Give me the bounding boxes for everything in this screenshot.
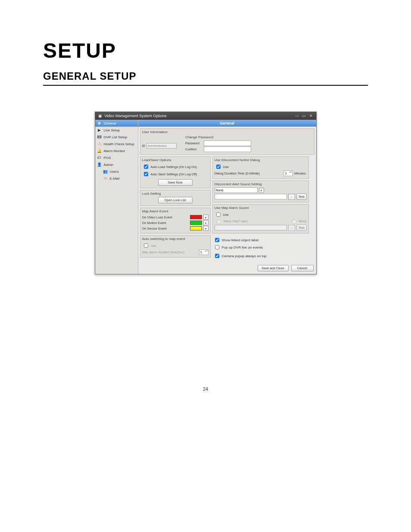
auto-load-checkbox[interactable] (144, 165, 148, 169)
mail-icon: ✉ (103, 176, 108, 181)
label-sensor: On Sensor Event (142, 227, 189, 230)
group-auto-switch: Auto switching to map event Use Map alar… (140, 235, 211, 258)
sidebar: 🖥 General ▶ Live Setup 📼 DVR List Setup … (95, 120, 138, 274)
camera-ontop-checkbox[interactable] (215, 254, 219, 258)
group-user-info: User Information ID Change Password Pass (140, 128, 314, 155)
color-swatch-video-loss[interactable] (190, 215, 202, 219)
group-load-save: Load/Save Options Auto Load Settings (On… (140, 156, 211, 188)
bell-icon: 🔔 (97, 148, 102, 153)
confirm-password-field[interactable] (204, 146, 251, 152)
group-disconnect-sound: Disconnect Alert Sound Setting ▾ … Test (212, 180, 309, 202)
dvr-icon: 📼 (97, 134, 102, 140)
browse-icon[interactable]: … (288, 194, 295, 200)
sidebar-item-label: Health Check Setup (104, 142, 134, 146)
disconnect-sound-path[interactable] (215, 194, 287, 199)
dialog-duration-stepper[interactable]: 3 (283, 171, 293, 176)
label-use-map-sound: Use (223, 213, 229, 217)
maximize-icon[interactable]: ▭ (302, 114, 307, 118)
show-linked-checkbox[interactable] (215, 238, 219, 242)
section-title-general-setup: GENERAL SETUP (43, 70, 368, 82)
sidebar-item-label: Admin (104, 163, 114, 167)
popup-dvr-checkbox[interactable] (215, 245, 219, 249)
beep-radio (292, 220, 296, 224)
group-title-disconnect-dialog: Use Disconnect Notice Dialog (215, 158, 307, 162)
sidebar-item-health-check[interactable]: ⚠ Health Check Setup (95, 140, 138, 147)
disconnect-use-checkbox[interactable] (216, 165, 221, 169)
label-beep: Beep (299, 219, 307, 223)
sidebar-item-label: General (104, 121, 116, 125)
sidebar-item-admin[interactable]: 👤 Admin (95, 161, 138, 168)
id-field (146, 143, 177, 149)
label-wave-file: Wave File(*.wav) (224, 219, 248, 223)
monitor-icon: 🖥 (97, 121, 102, 126)
browse-icon: … (288, 225, 295, 231)
sidebar-item-email[interactable]: ✉ E-Mail (95, 175, 138, 182)
sidebar-item-pos[interactable]: 🏷 POS (95, 154, 138, 161)
sidebar-item-label: Alarm Monitor (104, 149, 125, 153)
group-disconnect-dialog: Use Disconnect Notice Dialog Use Dialog … (212, 156, 309, 179)
label-auto-load: Auto Load Settings (On Log On) (151, 165, 197, 169)
panel-header: General (138, 120, 316, 127)
options-dialog: ▣ Video Management System Options — ▭ ✕ … (95, 112, 317, 274)
sidebar-item-dvr-list[interactable]: 📼 DVR List Setup (95, 134, 138, 140)
chevron-down-icon[interactable]: ▾ (259, 188, 264, 193)
sidebar-item-label: DVR List Setup (104, 135, 128, 139)
group-lock-setting: Lock Setting Open Lock List (140, 190, 211, 206)
sidebar-item-alarm-monitor[interactable]: 🔔 Alarm Monitor (95, 147, 138, 154)
dialog-titlebar: ▣ Video Management System Options — ▭ ✕ (95, 112, 316, 120)
sidebar-item-general[interactable]: 🖥 General (95, 120, 138, 127)
label-motion: On Motion Event (142, 221, 189, 225)
cancel-button[interactable]: Cancel (291, 265, 314, 271)
group-title-map-alarm: Map Alarm Event (142, 209, 209, 213)
group-title-disconnect-sound: Disconnect Alert Sound Setting (215, 182, 307, 186)
label-use-disconnect: Use (223, 165, 229, 169)
tag-icon: 🏷 (97, 155, 102, 160)
auto-switch-use-checkbox[interactable] (144, 243, 148, 248)
color-swatch-sensor[interactable] (190, 226, 202, 230)
group-title-map-sound: Use Map Alarm Sound (215, 206, 307, 210)
save-and-close-button[interactable]: Save and Close (258, 265, 289, 271)
save-now-button[interactable]: Save Now (158, 179, 193, 186)
group-title-load-save: Load/Save Options (142, 158, 209, 162)
chevron-down-icon[interactable]: ▾ (203, 226, 209, 231)
map-sound-use-checkbox[interactable] (216, 212, 221, 217)
label-show-linked: Show linked object label (222, 238, 259, 242)
group-map-alarm-event: Map Alarm Event On Video Loss Event ▾ On… (140, 208, 211, 233)
user-icon: 👤 (97, 162, 102, 167)
sidebar-item-label: POS (104, 156, 111, 160)
label-minutes: Minutes. (294, 171, 306, 175)
chevron-down-icon[interactable]: ▾ (203, 215, 209, 220)
map-sound-test-button: Test (296, 224, 307, 231)
sidebar-item-label: Live Setup (104, 128, 120, 132)
label-use-auto-switch: Use (151, 244, 156, 248)
group-title-user-info: User Information (142, 130, 312, 134)
dialog-title: Video Management System Options (105, 114, 167, 118)
label-id: ID (142, 144, 146, 148)
auto-save-checkbox[interactable] (144, 172, 148, 176)
password-field[interactable] (204, 140, 251, 146)
label-video-loss: On Video Loss Event (142, 215, 189, 219)
map-alarm-duration-stepper[interactable]: 3 (199, 249, 209, 255)
label-change-password: Change Password (185, 135, 312, 139)
color-swatch-motion[interactable] (190, 221, 202, 225)
page-number: 24 (43, 386, 368, 392)
sidebar-item-live-setup[interactable]: ▶ Live Setup (95, 127, 138, 134)
group-title-auto-switch: Auto switching to map event (142, 237, 209, 241)
wave-file-radio (217, 220, 221, 224)
label-password: Password (185, 141, 202, 145)
chevron-down-icon[interactable]: ▾ (203, 220, 209, 225)
disconnect-sound-test-button[interactable]: Test (296, 193, 307, 200)
label-dialog-duration: Dialog Duration Time (0:Infinite) (215, 171, 283, 175)
label-confirm: Confirm (185, 147, 202, 151)
label-auto-save: Auto Save Settings (On Log Off) (151, 172, 197, 176)
label-camera-ontop: Camera popup always on top (222, 254, 267, 258)
close-icon[interactable]: ✕ (308, 114, 314, 118)
disconnect-sound-select[interactable] (215, 187, 258, 193)
minimize-icon[interactable]: — (295, 114, 300, 118)
sidebar-item-label: E-Mail (110, 177, 120, 180)
group-map-alarm-sound: Use Map Alarm Sound Use Wave File(*.wav)… (212, 204, 309, 233)
sidebar-item-users[interactable]: 👥 Users (95, 168, 138, 175)
open-lock-list-button[interactable]: Open Lock List (158, 197, 193, 203)
page-title-setup: SETUP (43, 39, 368, 62)
wave-file-path (215, 225, 287, 230)
